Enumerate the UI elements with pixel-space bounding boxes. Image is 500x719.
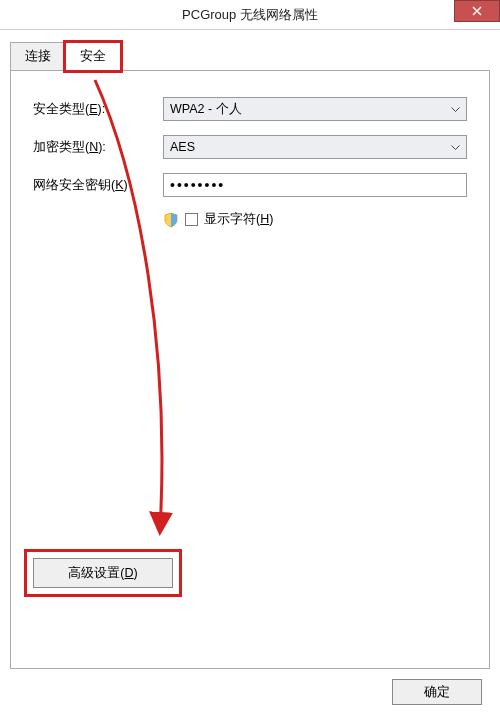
row-network-key: 网络安全密钥(K) ••••••••: [33, 173, 467, 197]
ok-button[interactable]: 确定: [392, 679, 482, 705]
window-title: PCGroup 无线网络属性: [182, 6, 318, 24]
shield-icon: [163, 212, 179, 228]
label-show-characters: 显示字符(H): [204, 211, 273, 228]
label-network-key: 网络安全密钥(K): [33, 177, 163, 194]
select-security-type[interactable]: WPA2 - 个人: [163, 97, 467, 121]
window-body: 连接 安全 安全类型(E): WPA2 - 个人 加密类型(N): AES: [0, 30, 500, 719]
tab-security[interactable]: 安全: [65, 42, 121, 71]
checkbox-show-characters[interactable]: [185, 213, 198, 226]
row-encryption-type: 加密类型(N): AES: [33, 135, 467, 159]
close-icon: [472, 6, 482, 16]
row-show-characters: 显示字符(H): [163, 211, 467, 228]
tab-strip: 连接 安全: [10, 42, 490, 70]
tab-connect[interactable]: 连接: [10, 42, 66, 71]
advanced-settings-button[interactable]: 高级设置(D): [33, 558, 173, 588]
select-encryption-type-value: AES: [170, 140, 195, 154]
titlebar: PCGroup 无线网络属性: [0, 0, 500, 30]
chevron-down-icon: [451, 102, 460, 116]
row-security-type: 安全类型(E): WPA2 - 个人: [33, 97, 467, 121]
input-network-key-value: ••••••••: [170, 177, 225, 193]
tab-panel-security: 安全类型(E): WPA2 - 个人 加密类型(N): AES: [10, 70, 490, 669]
label-encryption-type: 加密类型(N):: [33, 139, 163, 156]
input-network-key[interactable]: ••••••••: [163, 173, 467, 197]
chevron-down-icon: [451, 140, 460, 154]
select-security-type-value: WPA2 - 个人: [170, 101, 242, 118]
advanced-settings-wrap: 高级设置(D): [33, 558, 173, 588]
dialog-button-row: 确定: [10, 669, 490, 709]
label-security-type: 安全类型(E):: [33, 101, 163, 118]
close-button[interactable]: [454, 0, 500, 22]
select-encryption-type[interactable]: AES: [163, 135, 467, 159]
